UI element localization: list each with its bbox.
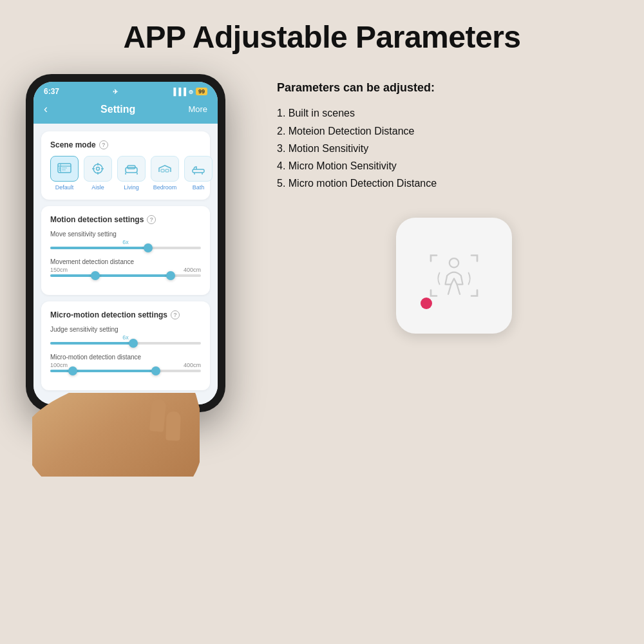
micro-motion-card: Micro-motion detection settings ? Judge … <box>41 301 210 390</box>
app-content: Scene mode ? <box>33 124 218 404</box>
right-panel: Parameters can be adjusted: 1. Built in … <box>277 68 631 334</box>
motion-detection-card: Motion detection settings ? Move sensiti… <box>41 206 210 295</box>
content-area: 6:37 ✈ ▐▐▐ ⌾ 99 ‹ Setting More <box>0 68 644 412</box>
svg-rect-3 <box>59 167 61 169</box>
device-box <box>396 218 512 334</box>
param-item-3: 3. Motion Sensitivity <box>277 140 631 157</box>
back-button[interactable]: ‹ <box>44 102 48 116</box>
phone-screen: 6:37 ✈ ▐▐▐ ⌾ 99 ‹ Setting More <box>33 82 218 404</box>
svg-rect-5 <box>62 167 67 169</box>
micro-help-icon[interactable]: ? <box>171 310 180 319</box>
move-sensitivity-label: Move sensitivity setting <box>50 231 201 238</box>
phone-frame: 6:37 ✈ ▐▐▐ ⌾ 99 ‹ Setting More <box>26 74 225 412</box>
scene-living[interactable]: Living <box>117 156 146 191</box>
scene-bath[interactable]: Bath <box>184 156 213 191</box>
scene-living-label: Living <box>124 184 139 191</box>
micro-distance-track[interactable] <box>50 370 201 372</box>
svg-point-22 <box>450 258 459 267</box>
judge-sensitivity-group: Judge sensitivity setting 6x <box>50 326 201 345</box>
scene-row: Default <box>50 156 201 191</box>
fingers-visual <box>151 399 180 440</box>
movement-distance-range: 150cm 400cm <box>50 267 201 273</box>
move-sensitivity-value: 6x <box>50 239 201 245</box>
scene-bath-label: Bath <box>193 184 205 191</box>
more-button[interactable]: More <box>188 104 207 114</box>
movement-distance-label: Movement detection distance <box>50 258 201 265</box>
svg-point-8 <box>97 167 100 171</box>
person-icon <box>425 247 483 305</box>
params-intro: Parameters can be adjusted: <box>277 80 631 95</box>
scene-help-icon[interactable]: ? <box>99 140 108 149</box>
scene-aisle[interactable]: Aisle <box>84 156 112 191</box>
micro-distance-group: Micro-motion detection distance 100cm 40… <box>50 354 201 372</box>
param-item-1: 1. Built in scenes <box>277 104 631 122</box>
scene-bedroom-label: Bedroom <box>153 184 177 191</box>
scene-bath-icon <box>184 156 213 182</box>
param-item-4: 4. Micro Motion Sensitivity <box>277 157 631 175</box>
param-item-2: 2. Moteion Detection Distance <box>277 122 631 140</box>
svg-rect-18 <box>166 169 169 172</box>
move-sensitivity-group: Move sensitivity setting 6x <box>50 231 201 249</box>
scene-living-icon <box>117 156 146 182</box>
signal-icon: ▐▐▐ <box>171 88 186 95</box>
scene-mode-card: Scene mode ? <box>41 131 210 200</box>
judge-sensitivity-value: 6x <box>50 334 201 341</box>
svg-point-7 <box>93 164 102 173</box>
motion-help-icon[interactable]: ? <box>147 215 156 224</box>
scene-bedroom-icon <box>151 156 179 182</box>
scene-bedroom[interactable]: Bedroom <box>151 156 179 191</box>
judge-sensitivity-track[interactable] <box>50 342 201 345</box>
phone-wrapper: 6:37 ✈ ▐▐▐ ⌾ 99 ‹ Setting More <box>13 74 258 412</box>
battery-badge: 99 <box>196 88 207 95</box>
svg-rect-17 <box>161 169 164 172</box>
svg-rect-4 <box>59 169 61 171</box>
svg-rect-6 <box>62 169 66 171</box>
wifi-icon: ⌾ <box>189 88 193 95</box>
status-icons: ▐▐▐ ⌾ 99 <box>171 88 207 95</box>
status-time: 6:37 <box>44 87 59 96</box>
movement-distance-group: Movement detection distance 150cm 400cm <box>50 258 201 277</box>
location-icon: ✈ <box>113 88 118 95</box>
scene-aisle-icon <box>84 156 112 182</box>
params-list: 1. Built in scenes 2. Moteion Detection … <box>277 104 631 192</box>
status-bar: 6:37 ✈ ▐▐▐ ⌾ 99 <box>33 82 218 99</box>
micro-distance-label: Micro-motion detection distance <box>50 354 201 361</box>
micro-motion-title: Micro-motion detection settings ? <box>50 310 201 319</box>
judge-sensitivity-label: Judge sensitivity setting <box>50 326 201 333</box>
scene-aisle-label: Aisle <box>91 184 104 191</box>
svg-rect-19 <box>193 169 204 173</box>
motion-detection-title: Motion detection settings ? <box>50 215 201 224</box>
scene-mode-title: Scene mode ? <box>50 140 201 149</box>
scene-default-label: Default <box>55 184 74 191</box>
app-header: ‹ Setting More <box>33 99 218 124</box>
device-led-dot <box>421 298 432 309</box>
move-sensitivity-track[interactable] <box>50 247 201 249</box>
page-title: APP Adjustable Parameters <box>0 0 644 68</box>
scene-default[interactable]: Default <box>50 156 79 191</box>
param-item-5: 5. Micro motion Detection Distance <box>277 175 631 192</box>
app-header-title: Setting <box>100 104 135 115</box>
movement-distance-track[interactable] <box>50 274 201 277</box>
scene-default-icon <box>50 156 79 182</box>
